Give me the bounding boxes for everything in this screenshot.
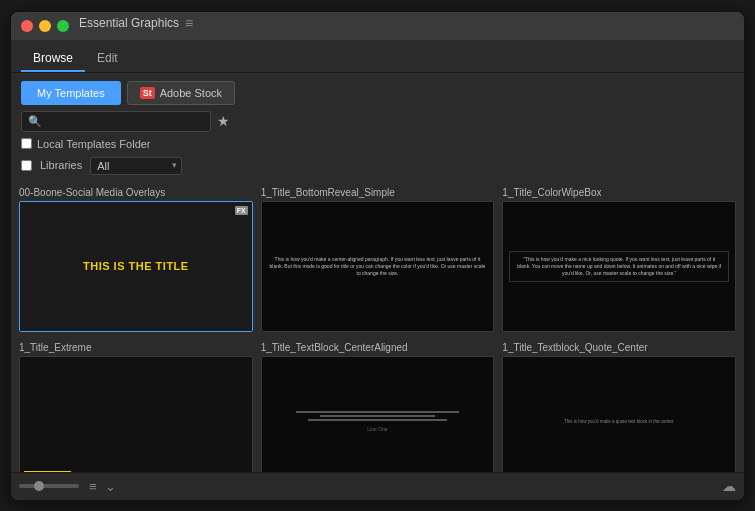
libraries-checkbox[interactable] [21,160,32,171]
template-thumb[interactable]: This is how you'd make a quote text bloc… [502,356,736,472]
libraries-select-wrapper: All My Library Team Library ▾ [90,156,182,175]
search-box[interactable]: 🔍 [21,111,211,132]
template-thumb[interactable]: EXTREME [19,356,253,472]
libraries-row: Libraries All My Library Team Library ▾ [21,156,734,175]
adobe-stock-button[interactable]: St Adobe Stock [127,81,235,105]
bottom-reveal-text: This is how you'd make a center-aligned … [268,256,488,277]
panel-header: Browse Edit [11,40,744,73]
bottom-right-controls: ☁ [722,478,736,494]
minimize-button[interactable] [39,20,51,32]
local-templates-row: Local Templates Folder [21,138,734,150]
local-templates-checkbox[interactable] [21,138,32,149]
template-label: 1_Title_Textblock_Quote_Center [502,342,736,353]
scroll-area[interactable]: 00-Boone-Social Media Overlays THIS IS T… [11,183,744,472]
star-icon[interactable]: ★ [217,113,230,129]
panel-content: Browse Edit My Templates St Adobe Stock … [11,40,744,500]
libraries-select[interactable]: All My Library Team Library [90,157,182,175]
templates-grid: 00-Boone-Social Media Overlays THIS IS T… [19,187,736,472]
close-button[interactable] [21,20,33,32]
view-icons: ≡ ⌄ [87,479,118,494]
panel-menu-icon[interactable]: ≡ [185,15,193,31]
search-input[interactable] [46,115,204,127]
cloud-icon[interactable]: ☁ [722,478,736,494]
template-item[interactable]: 1_Title_Textblock_Quote_Center This is h… [502,342,736,472]
bottom-bar: ≡ ⌄ ☁ [11,472,744,500]
template-item[interactable]: 1_Title_ColorWipeBox "This is how you'd … [502,187,736,332]
template-label: 1_Title_ColorWipeBox [502,187,736,198]
libraries-label: Libraries [40,159,82,171]
tabs-row: Browse Edit [21,46,734,72]
local-templates-label: Local Templates Folder [37,138,151,150]
button-row: My Templates St Adobe Stock [21,81,734,105]
template-thumb[interactable]: THIS IS THE TITLE FX [19,201,253,332]
template-item[interactable]: 1_Title_TextBlock_CenterAligned Line One [261,342,495,472]
panel-title-row: Essential Graphics ≡ [79,15,193,31]
thumb2-inner: This is how you'd make a center-aligned … [262,202,494,331]
textblock-line: Line One [367,426,387,432]
stock-badge: St [140,87,155,99]
list-view-icon[interactable]: ≡ [87,479,99,494]
thumb5-line1 [296,411,458,413]
tab-browse[interactable]: Browse [21,46,85,72]
controls-area: My Templates St Adobe Stock 🔍 ★ Local Te… [11,73,744,183]
template-item[interactable]: 1_Title_Extreme EXTREME [19,342,253,472]
template-label: 1_Title_BottomReveal_Simple [261,187,495,198]
tab-edit[interactable]: Edit [85,46,130,72]
essential-graphics-panel: Essential Graphics ≡ Browse Edit My Temp… [10,11,745,501]
template-thumb[interactable]: "This is how you'd make a nice looking q… [502,201,736,332]
thumb6-inner: This is how you'd make a quote text bloc… [503,357,735,472]
search-row: 🔍 ★ [21,111,734,132]
search-icon: 🔍 [28,115,42,128]
thumb4-inner: EXTREME [20,357,252,472]
my-templates-button[interactable]: My Templates [21,81,121,105]
bottom-left-controls: ≡ ⌄ [19,479,118,494]
thumb5-inner: Line One [262,357,494,472]
thumb1-inner: THIS IS THE TITLE FX [20,202,252,331]
boone-title-text: THIS IS THE TITLE [83,260,189,273]
template-label: 1_Title_TextBlock_CenterAligned [261,342,495,353]
traffic-lights [21,20,69,32]
template-item[interactable]: 00-Boone-Social Media Overlays THIS IS T… [19,187,253,332]
color-wipe-text: "This is how you'd make a nice looking q… [509,251,729,282]
thumb3-inner: "This is how you'd make a nice looking q… [503,202,735,331]
template-thumb[interactable]: This is how you'd make a center-aligned … [261,201,495,332]
template-label: 00-Boone-Social Media Overlays [19,187,253,198]
quote-text: This is how you'd make a quote text bloc… [560,415,678,429]
thumb5-line3 [308,419,447,421]
adobe-stock-label: Adobe Stock [160,87,222,99]
titlebar: Essential Graphics ≡ [11,12,744,40]
fx-badge: FX [235,206,248,215]
panel-title: Essential Graphics [79,16,179,30]
view-chevron-icon[interactable]: ⌄ [103,479,118,494]
zoom-slider[interactable] [19,484,79,488]
template-item[interactable]: 1_Title_BottomReveal_Simple This is how … [261,187,495,332]
template-thumb[interactable]: Line One [261,356,495,472]
maximize-button[interactable] [57,20,69,32]
zoom-slider-area [19,484,79,488]
thumb5-line2 [320,415,436,417]
template-label: 1_Title_Extreme [19,342,253,353]
